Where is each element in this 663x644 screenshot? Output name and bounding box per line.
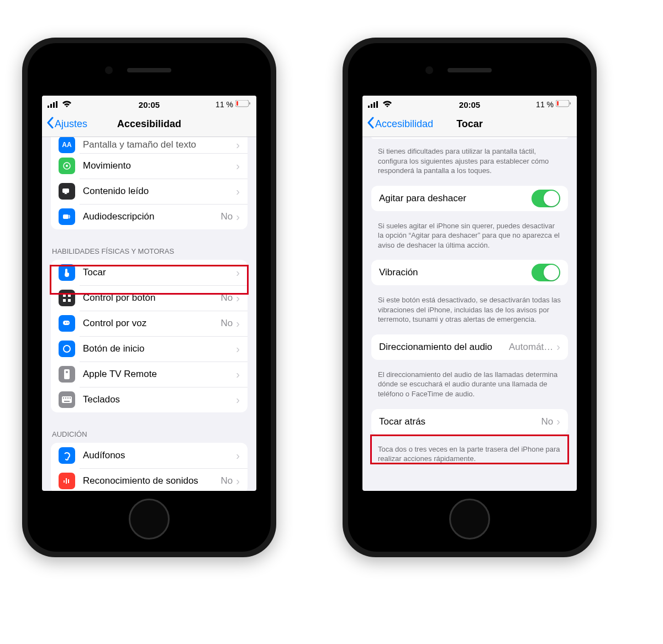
row-label: Contenido leído	[83, 186, 236, 197]
row-value: No	[221, 318, 233, 329]
row-label: Botón de inicio	[83, 343, 236, 354]
chevron-right-icon: ›	[236, 292, 240, 305]
home-icon	[59, 341, 75, 357]
svg-rect-27	[64, 480, 65, 483]
group-physical: Tocar › Control por botón No › Control p…	[51, 260, 248, 412]
battery-icon	[556, 100, 571, 109]
row-label: Tocar atrás	[379, 416, 541, 427]
svg-point-8	[66, 165, 68, 167]
group-intro-tail	[371, 137, 568, 139]
group-backtap: Tocar atrás No ›	[371, 409, 568, 434]
chevron-right-icon: ›	[236, 185, 240, 198]
screen-right: 20:05 11 % Accesibilidad Tocar Si tienes…	[362, 96, 577, 491]
group-vibration: Vibración	[371, 260, 568, 285]
svg-rect-21	[62, 396, 72, 403]
row-label: Direccionamiento del audio	[379, 342, 492, 353]
svg-rect-12	[68, 294, 71, 297]
remote-icon	[59, 366, 75, 383]
svg-rect-35	[570, 102, 571, 104]
back-button[interactable]: Accesibilidad	[367, 117, 433, 132]
row-sound-recog[interactable]: Reconocimiento de sonidos No ›	[51, 468, 248, 491]
svg-rect-23	[65, 397, 66, 399]
svg-point-20	[66, 371, 68, 373]
row-label: Control por botón	[83, 292, 221, 303]
footer-audio: El direccionamiento del audio de las lla…	[362, 365, 577, 409]
row-audiodesc[interactable]: Audiodescripción No ›	[51, 204, 248, 229]
row-value: Automát…	[509, 342, 553, 353]
svg-point-18	[64, 345, 70, 352]
row-label: Apple TV Remote	[83, 369, 236, 380]
row-value: No	[221, 292, 233, 303]
svg-rect-28	[66, 478, 67, 484]
home-button[interactable]	[449, 499, 490, 540]
row-audio-routing[interactable]: Direccionamiento del audio Automát… ›	[371, 334, 568, 360]
ear-icon	[59, 447, 75, 464]
row-display-text[interactable]: AA Pantalla y tamaño del texto ›	[51, 137, 248, 153]
row-hearing[interactable]: Audífonos ›	[51, 443, 248, 468]
row-home[interactable]: Botón de inicio ›	[51, 336, 248, 362]
phone-frame: 20:05 11 % Accesibilidad Tocar Si tienes…	[348, 43, 591, 552]
intro-text: Si tienes dificultades para utilizar la …	[362, 144, 577, 186]
chevron-right-icon: ›	[236, 317, 240, 330]
wifi-icon	[382, 100, 392, 109]
group-audio: Direccionamiento del audio Automát… ›	[371, 334, 568, 360]
content-left[interactable]: AA Pantalla y tamaño del texto › Movimie…	[42, 137, 256, 491]
battery-pct: 11 %	[536, 100, 554, 109]
svg-rect-2	[53, 102, 55, 108]
nav-bar: Ajustes Accesibilidad	[42, 111, 256, 137]
keyboard-icon	[59, 391, 75, 408]
row-label: Teclados	[83, 394, 236, 405]
sound-icon	[59, 473, 75, 489]
home-button[interactable]	[129, 499, 170, 540]
row-backtap[interactable]: Tocar atrás No ›	[371, 409, 568, 434]
svg-rect-5	[249, 102, 250, 104]
speech-icon	[59, 183, 75, 200]
back-button[interactable]: Ajustes	[46, 117, 87, 132]
svg-rect-3	[56, 101, 57, 108]
speaker	[448, 68, 492, 72]
touch-icon	[59, 264, 75, 281]
shake-toggle[interactable]	[532, 190, 560, 207]
svg-rect-13	[63, 299, 66, 302]
row-label: Reconocimiento de sonidos	[83, 475, 221, 486]
row-motion[interactable]: Movimiento ›	[51, 153, 248, 179]
motion-icon	[59, 158, 75, 174]
svg-rect-6	[236, 101, 238, 106]
chevron-right-icon: ›	[236, 368, 240, 381]
svg-rect-24	[67, 397, 69, 399]
row-label: Vibración	[379, 267, 532, 278]
content-right[interactable]: Si tienes dificultades para utilizar la …	[362, 137, 577, 491]
row-voice[interactable]: Control por voz No ›	[51, 311, 248, 336]
svg-rect-32	[373, 102, 375, 108]
svg-rect-1	[50, 104, 52, 108]
svg-rect-33	[376, 101, 378, 108]
row-switch[interactable]: Control por botón No ›	[51, 285, 248, 311]
row-spoken[interactable]: Contenido leído ›	[51, 179, 248, 204]
camera	[105, 66, 113, 74]
chevron-right-icon: ›	[236, 139, 240, 151]
aa-icon: AA	[59, 137, 75, 153]
camera	[425, 66, 433, 74]
svg-point-17	[67, 322, 69, 323]
nav-bar: Accesibilidad Tocar	[362, 111, 577, 137]
row-touch[interactable]: Tocar ›	[51, 260, 248, 285]
status-bar: 20:05 11 %	[42, 96, 256, 111]
row-label: Agitar para deshacer	[379, 193, 532, 204]
speaker	[127, 68, 171, 72]
row-value: No	[221, 475, 233, 486]
group-shake: Agitar para deshacer	[371, 186, 568, 211]
chevron-right-icon: ›	[556, 341, 560, 353]
chevron-right-icon: ›	[236, 343, 240, 355]
phone-left: 20:05 11 % Ajustes Accesibilidad AA Pant…	[22, 38, 276, 557]
vibration-toggle[interactable]	[532, 264, 560, 281]
row-keyboards[interactable]: Teclados ›	[51, 387, 248, 412]
back-label: Accesibilidad	[375, 118, 433, 130]
desc-icon	[59, 208, 75, 225]
group-vision: AA Pantalla y tamaño del texto › Movimie…	[51, 137, 248, 229]
svg-rect-31	[371, 104, 372, 108]
signal-icon	[48, 100, 57, 109]
row-atv[interactable]: Apple TV Remote ›	[51, 362, 248, 387]
svg-rect-14	[68, 299, 71, 302]
svg-point-16	[65, 322, 66, 323]
chevron-right-icon: ›	[236, 449, 240, 462]
